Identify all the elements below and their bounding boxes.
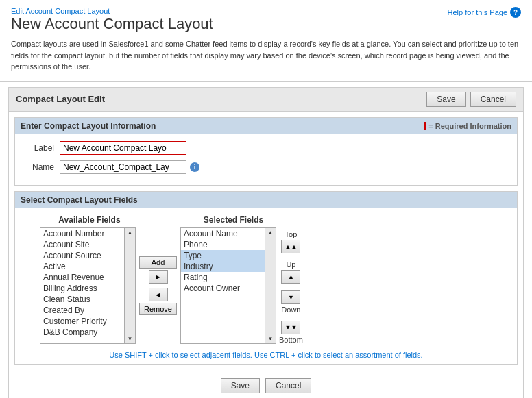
list-item[interactable]: Type xyxy=(181,250,265,261)
list-item[interactable]: Created By xyxy=(40,305,124,316)
list-item[interactable]: Annual Revenue xyxy=(40,272,124,283)
remove-button[interactable]: Remove xyxy=(139,303,177,315)
breadcrumb: Edit Account Compact Layout xyxy=(11,7,521,15)
required-bar xyxy=(424,122,426,130)
remove-arrow-button[interactable]: ◄ xyxy=(149,288,168,301)
list-item[interactable]: Clean Status xyxy=(40,294,124,305)
list-item[interactable]: Active xyxy=(40,261,124,272)
name-input[interactable] xyxy=(60,160,186,174)
available-fields-list[interactable]: Account Number Account Site Account Sour… xyxy=(40,227,136,344)
list-item[interactable]: Account Source xyxy=(40,250,124,261)
available-scroll-down[interactable]: ▼ xyxy=(128,336,133,342)
name-info-icon[interactable]: i xyxy=(190,162,200,172)
page-title: New Account Compact Layout xyxy=(11,15,521,33)
bottom-button[interactable]: ▼▼ xyxy=(281,321,300,334)
selected-scroll-down[interactable]: ▼ xyxy=(268,336,274,342)
selected-fields-label: Selected Fields xyxy=(184,215,283,225)
required-info: = Required Information xyxy=(424,122,511,130)
top-save-button[interactable]: Save xyxy=(426,92,466,107)
hint-text: Use SHIFT + click to select adjacent fie… xyxy=(26,351,506,359)
list-item[interactable]: Account Name xyxy=(181,228,265,239)
list-item[interactable]: Account Number xyxy=(40,228,124,239)
list-item[interactable]: Industry xyxy=(181,261,265,272)
select-fields-header: Select Compact Layout Fields xyxy=(15,192,517,208)
select-fields-title: Select Compact Layout Fields xyxy=(21,195,138,205)
selected-scroll-up[interactable]: ▲ xyxy=(268,229,274,236)
compact-layout-edit-title: Compact Layout Edit xyxy=(16,94,105,104)
selected-fields-list[interactable]: Account Name Phone Type Industry Rating … xyxy=(180,227,276,344)
down-button[interactable]: ▼ xyxy=(281,290,300,304)
top-button[interactable]: ▲▲ xyxy=(281,240,300,253)
available-fields-label: Available Fields xyxy=(40,215,139,225)
help-icon: ? xyxy=(510,7,521,18)
enter-info-header: Enter Compact Layout Information = Requi… xyxy=(15,118,517,134)
bottom-save-button[interactable]: Save xyxy=(221,378,260,393)
top-label: Top xyxy=(285,230,298,238)
list-item[interactable]: Billing Address xyxy=(40,283,124,294)
name-field-label: Name xyxy=(22,162,60,172)
list-item[interactable]: D&B Company xyxy=(40,327,124,338)
add-arrow-button[interactable]: ► xyxy=(149,270,168,284)
up-button[interactable]: ▲ xyxy=(281,270,300,284)
down-label: Down xyxy=(281,306,300,314)
list-item[interactable]: Account Owner xyxy=(181,283,265,294)
help-link-text: Help for this Page xyxy=(448,8,507,16)
up-label: Up xyxy=(286,260,295,269)
help-link[interactable]: Help for this Page ? xyxy=(448,7,521,18)
compact-layout-edit-header: Compact Layout Edit Save Cancel xyxy=(9,88,523,112)
description-text: Compact layouts are used in Salesforce1 … xyxy=(0,38,532,81)
list-item[interactable]: Phone xyxy=(181,239,265,250)
top-cancel-button[interactable]: Cancel xyxy=(470,92,516,107)
label-input[interactable] xyxy=(60,141,186,155)
add-button[interactable]: Add xyxy=(139,256,177,269)
label-field-label: Label xyxy=(22,143,60,153)
list-item[interactable]: Rating xyxy=(181,272,265,283)
list-item[interactable]: Customer Priority xyxy=(40,316,124,327)
bottom-label: Bottom xyxy=(279,336,303,344)
available-scroll-up[interactable]: ▲ xyxy=(128,229,133,236)
list-item[interactable]: Account Site xyxy=(40,239,124,250)
enter-info-title: Enter Compact Layout Information xyxy=(21,121,156,131)
bottom-cancel-button[interactable]: Cancel xyxy=(265,378,311,393)
